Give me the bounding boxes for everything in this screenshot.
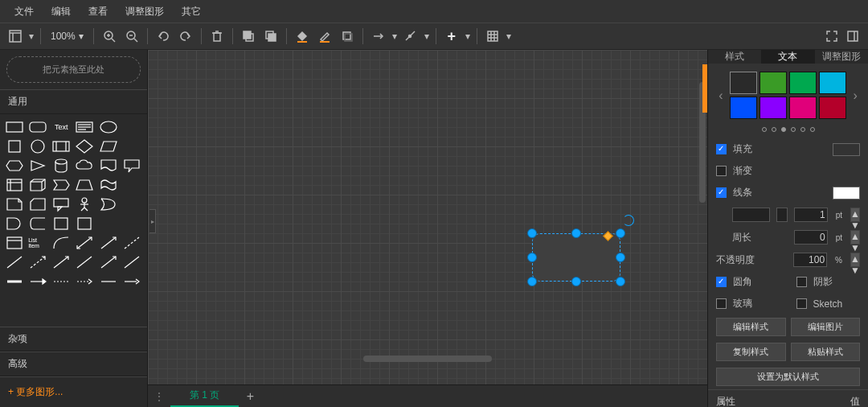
color-swatch[interactable] xyxy=(730,72,757,94)
color-swatch[interactable] xyxy=(730,97,757,119)
opacity-input[interactable] xyxy=(793,253,827,267)
insert-icon[interactable]: + xyxy=(441,26,462,47)
pages-menu-icon[interactable]: ⋮ xyxy=(148,391,170,402)
line-width-input[interactable] xyxy=(794,208,828,222)
tab-text[interactable]: 文本 xyxy=(761,50,814,64)
page-dot[interactable] xyxy=(781,127,786,132)
page-dot[interactable] xyxy=(791,127,796,132)
color-swatch[interactable] xyxy=(819,72,846,94)
shape-arrow-dashed[interactable] xyxy=(28,254,47,270)
shape-cylinder[interactable] xyxy=(51,158,71,174)
shape-list[interactable] xyxy=(5,235,24,251)
format-panel-icon[interactable] xyxy=(842,26,863,47)
rounded-checkbox[interactable] xyxy=(716,277,727,287)
shape-step[interactable] xyxy=(51,177,71,193)
add-page-button[interactable]: + xyxy=(239,389,261,404)
page-dot[interactable] xyxy=(762,127,767,132)
shape-and[interactable] xyxy=(5,216,24,232)
shape-conn6[interactable] xyxy=(122,273,141,290)
menu-file[interactable]: 文件 xyxy=(6,2,42,22)
arc-handle[interactable] xyxy=(603,231,613,241)
shape-tape[interactable] xyxy=(99,177,118,193)
delete-icon[interactable] xyxy=(207,26,227,47)
shape-arrow2[interactable] xyxy=(99,254,118,270)
line-width-stepper[interactable]: ▲▼ xyxy=(850,208,860,222)
paste-style-button[interactable]: 粘贴样式 xyxy=(791,343,861,361)
shape-hexagon[interactable] xyxy=(5,158,24,174)
resize-handle-w[interactable] xyxy=(527,253,537,262)
menu-edit[interactable]: 编辑 xyxy=(43,2,79,22)
shape-blank5[interactable] xyxy=(99,216,118,232)
shape-actor[interactable] xyxy=(75,196,94,212)
set-default-style-button[interactable]: 设置为默认样式 xyxy=(716,368,860,386)
zoom-dropdown[interactable]: 100%▾ xyxy=(46,31,88,42)
shape-conn4[interactable] xyxy=(75,273,94,290)
shape-line5[interactable] xyxy=(122,254,141,270)
undo-icon[interactable] xyxy=(153,26,174,47)
section-misc[interactable]: 杂项 xyxy=(0,327,147,352)
tab-style[interactable]: 样式 xyxy=(708,50,761,64)
shape-parallelogram[interactable] xyxy=(99,138,118,154)
chevron-down-icon[interactable]: ▾ xyxy=(423,26,431,47)
redo-icon[interactable] xyxy=(175,26,196,47)
sketch-checkbox[interactable] xyxy=(796,298,807,309)
to-back-icon[interactable] xyxy=(260,26,281,47)
zoom-in-icon[interactable] xyxy=(99,26,120,47)
menu-arrange[interactable]: 调整图形 xyxy=(117,2,172,22)
shape-conn5[interactable] xyxy=(99,273,118,290)
shape-line-dashed[interactable] xyxy=(122,235,141,251)
shape-callout[interactable] xyxy=(122,158,141,174)
shape-circle[interactable] xyxy=(28,138,47,154)
shadow-checkbox[interactable] xyxy=(796,277,807,287)
line-checkbox[interactable] xyxy=(716,187,727,198)
shape-conn1[interactable] xyxy=(5,273,24,290)
page-dot[interactable] xyxy=(810,127,815,132)
shape-or[interactable] xyxy=(99,196,118,212)
shape-arrow[interactable] xyxy=(99,235,118,251)
shape-process[interactable] xyxy=(51,138,71,154)
shape-list-item[interactable]: List Item xyxy=(28,235,47,251)
opacity-stepper[interactable]: ▲▼ xyxy=(850,253,860,267)
page-dot[interactable] xyxy=(772,127,776,132)
section-general[interactable]: 通用 xyxy=(0,89,147,114)
line-style-select2[interactable] xyxy=(776,208,788,222)
color-swatch[interactable] xyxy=(789,72,817,94)
shape-ellipse[interactable] xyxy=(99,119,118,135)
shape-rect3[interactable] xyxy=(75,216,94,232)
shape-conn2[interactable] xyxy=(28,273,47,290)
drawing-canvas[interactable] xyxy=(148,50,707,384)
shape-line2[interactable] xyxy=(5,254,24,270)
fill-color-icon[interactable] xyxy=(292,26,313,47)
shape-line3[interactable] xyxy=(51,254,71,270)
line-style-select[interactable] xyxy=(732,208,770,222)
fill-checkbox[interactable] xyxy=(716,144,727,154)
tab-page-1[interactable]: 第 1 页 xyxy=(170,385,239,407)
chevron-down-icon[interactable]: ▾ xyxy=(464,26,472,47)
chevron-down-icon[interactable]: ▾ xyxy=(505,26,513,47)
shape-blank4[interactable] xyxy=(122,196,141,212)
glass-checkbox[interactable] xyxy=(716,298,727,309)
shape-rounded-rect[interactable] xyxy=(28,119,47,135)
shape-square[interactable] xyxy=(5,138,24,154)
shape-cloud[interactable] xyxy=(75,158,94,174)
shape-document[interactable] xyxy=(99,158,118,174)
menu-view[interactable]: 查看 xyxy=(80,2,116,22)
resize-handle-sw[interactable] xyxy=(527,277,537,286)
chevron-down-icon[interactable]: ▾ xyxy=(391,26,399,47)
perimeter-stepper[interactable]: ▲▼ xyxy=(850,230,860,245)
line-color-icon[interactable] xyxy=(314,26,335,47)
format-toggle[interactable] xyxy=(702,64,707,113)
color-swatch[interactable] xyxy=(760,97,787,119)
color-swatch[interactable] xyxy=(760,72,787,94)
edit-image-button[interactable]: 编辑图片 xyxy=(791,318,861,336)
perimeter-input[interactable] xyxy=(794,230,828,245)
shape-datastore[interactable] xyxy=(28,216,47,232)
shape-curve[interactable] xyxy=(51,235,71,251)
shape-note[interactable] xyxy=(5,196,24,212)
shape-card[interactable] xyxy=(28,196,47,212)
resize-handle-s[interactable] xyxy=(571,277,581,286)
shape-cube[interactable] xyxy=(28,177,47,193)
resize-handle-ne[interactable] xyxy=(616,228,625,238)
selected-shape[interactable] xyxy=(532,233,620,282)
shape-trapezoid[interactable] xyxy=(75,177,94,193)
